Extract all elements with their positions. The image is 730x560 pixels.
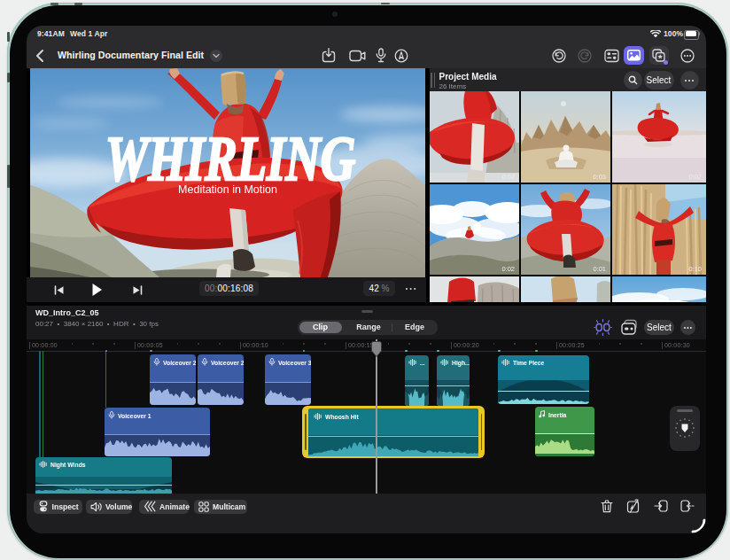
svg-text:Meditation in Motion: Meditation in Motion	[178, 183, 277, 196]
svg-text:0:03: 0:03	[593, 173, 606, 181]
svg-text:0:01: 0:01	[593, 265, 606, 273]
svg-text:0:02: 0:02	[501, 173, 515, 181]
svg-text:0:10: 0:10	[688, 265, 702, 273]
svg-text:0:02: 0:02	[688, 173, 702, 181]
svg-text:0:02: 0:02	[501, 265, 515, 273]
